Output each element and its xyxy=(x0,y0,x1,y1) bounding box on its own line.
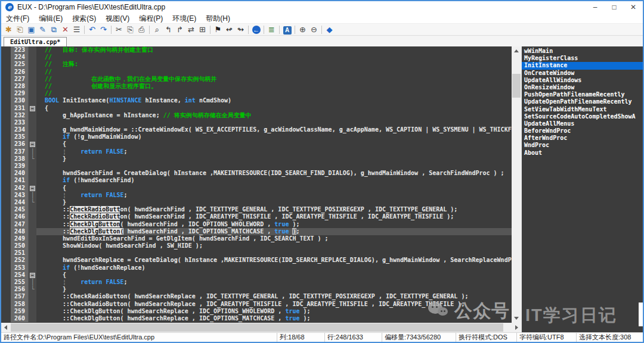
code-text-current-line[interactable]: ::CheckDlgButton( hwndSearchFind , IDC_O… xyxy=(36,228,512,235)
line-number[interactable]: 252 xyxy=(11,257,29,264)
code-text[interactable]: hwndEditBoxInSearchFind = GetDlgItem( hw… xyxy=(36,235,512,242)
line-number[interactable]: 260 xyxy=(11,315,29,322)
copy-button[interactable]: ⎘ xyxy=(125,24,136,35)
fold-margin[interactable]: − xyxy=(29,105,36,112)
line-number[interactable]: 237 xyxy=(11,148,29,155)
menu-help[interactable]: 帮助(H) xyxy=(201,13,235,24)
line-number[interactable]: 231 xyxy=(11,105,29,112)
code-line[interactable]: 255│ ¦ return FALSE; xyxy=(1,279,512,286)
code-text[interactable]: { xyxy=(36,105,512,112)
line-number[interactable]: 255 xyxy=(11,279,29,286)
code-text[interactable]: ::CheckDlgButton( hwndSearchReplace , ID… xyxy=(36,308,512,315)
line-number[interactable]: 259 xyxy=(11,308,29,315)
line-number[interactable]: 251 xyxy=(11,250,29,257)
horizontal-scroll-thumb[interactable] xyxy=(11,323,503,332)
fold-collapse-icon[interactable]: − xyxy=(30,106,35,111)
line-number[interactable]: 230 xyxy=(11,97,29,104)
code-line[interactable]: 245 ::CheckRadioButton( hwndSearchFind ,… xyxy=(1,206,512,213)
find-prev-button[interactable]: ↰ xyxy=(163,24,174,35)
code-text[interactable]: ¦ return FALSE; xyxy=(36,192,512,199)
code-text[interactable]: // xyxy=(36,54,512,61)
code-text[interactable]: ::CheckRadioButton( hwndSearchReplace , … xyxy=(36,301,512,308)
line-number[interactable]: 224 xyxy=(11,54,29,61)
code-text[interactable] xyxy=(36,250,512,257)
file-list-button[interactable]: ☰ xyxy=(71,24,82,35)
code-line[interactable]: 240 hwndSearchFind = CreateDialog( hInst… xyxy=(1,170,512,177)
line-number[interactable]: 228 xyxy=(11,83,29,90)
zoom-out-button[interactable]: ⊖ xyxy=(308,24,320,35)
code-line[interactable]: 225// 注释: xyxy=(1,61,512,68)
redo-button[interactable]: ↷ xyxy=(98,24,109,35)
save-file-as-button[interactable]: ✎ xyxy=(37,24,48,35)
line-number[interactable]: 254 xyxy=(11,272,29,279)
find-button[interactable]: ⌕ xyxy=(151,24,163,35)
code-line[interactable]: 256└ } xyxy=(1,286,512,293)
fold-collapse-icon[interactable]: − xyxy=(30,273,35,278)
zoom-in-button[interactable]: ⊕ xyxy=(297,24,308,35)
function-list-item[interactable]: SetViewTabWidthMenuText xyxy=(522,106,643,113)
scroll-up-icon[interactable] xyxy=(514,49,519,52)
new-file-button[interactable]: ✱ xyxy=(3,24,14,35)
code-line[interactable]: 223// 目标: 保存实例句柄并创建主窗口 xyxy=(1,46,512,54)
code-line[interactable]: 251 xyxy=(1,250,512,257)
code-line[interactable]: 230BOOL InitInstance(HINSTANCE hInstance… xyxy=(1,97,512,104)
function-list-item[interactable]: InitInstance xyxy=(522,62,643,69)
function-list-item[interactable]: SetSourceCodeAutoCompletedShowA xyxy=(522,113,643,120)
code-line[interactable]: 252 hwndSearchReplace = CreateDialog( hI… xyxy=(1,257,512,264)
undo-button[interactable]: ↶ xyxy=(86,24,98,35)
navigate-back-button[interactable]: ← xyxy=(250,24,262,35)
code-text[interactable] xyxy=(36,163,512,170)
line-number[interactable]: 233 xyxy=(11,119,29,126)
code-line[interactable]: 235 if (!g_hwndMainWindow) xyxy=(1,133,512,141)
code-line[interactable]: 237│ ¦ return FALSE; xyxy=(1,148,512,155)
code-line[interactable]: 241 if (!hwndSearchFind) xyxy=(1,177,512,184)
fold-margin[interactable]: − xyxy=(29,141,36,148)
code-line[interactable]: 246 ::CheckRadioButton( hwndSearchFind ,… xyxy=(1,213,512,220)
code-line[interactable]: 233 xyxy=(1,119,512,126)
line-number[interactable]: 227 xyxy=(11,76,29,83)
menu-edit[interactable]: 编辑(E) xyxy=(34,13,67,24)
syntax-highlight-button[interactable]: A xyxy=(281,24,293,35)
line-number[interactable]: 245 xyxy=(11,206,29,213)
line-number[interactable]: 243 xyxy=(11,192,29,199)
code-line[interactable]: 260 ::CheckDlgButton( hwndSearchReplace … xyxy=(1,315,512,322)
code-line[interactable]: 250 ShowWindow( hwndSearchFind , SW_HIDE… xyxy=(1,242,512,250)
about-button[interactable]: ◆ xyxy=(324,24,335,35)
code-text[interactable]: } xyxy=(36,286,512,293)
save-file-button[interactable]: ▣ xyxy=(26,24,37,35)
code-text[interactable]: // xyxy=(36,90,512,97)
function-list-item[interactable]: OnCreateWindow xyxy=(522,70,643,77)
scroll-down-icon[interactable] xyxy=(514,317,519,320)
replace-in-files-button[interactable]: ⊞ xyxy=(197,24,208,35)
menu-file[interactable]: 文件(F) xyxy=(1,13,34,24)
line-number[interactable]: 250 xyxy=(11,242,29,250)
code-line[interactable]: 229// xyxy=(1,90,512,97)
paste-button[interactable]: ⎙ xyxy=(136,24,147,35)
code-text[interactable]: ¦ return FALSE; xyxy=(36,279,512,286)
close-file-button[interactable]: ✕ xyxy=(60,24,71,35)
code-line[interactable]: 247 ::CheckDlgButton( hwndSearchFind , I… xyxy=(1,221,512,228)
code-line[interactable]: 224// xyxy=(1,54,512,61)
code-text[interactable]: } xyxy=(36,199,512,206)
function-list-item[interactable]: MyRegisterClass xyxy=(522,55,643,62)
line-number[interactable]: 242 xyxy=(11,185,29,192)
bookmark-toggle-button[interactable]: ⚑ xyxy=(212,24,224,35)
code-editor[interactable]: 223// 目标: 保存实例句柄并创建主窗口224//225// 注释:226/… xyxy=(1,46,512,323)
line-number[interactable]: 247 xyxy=(11,221,29,228)
minimize-button[interactable]: – xyxy=(586,1,605,13)
fold-margin[interactable]: − xyxy=(29,185,36,192)
menu-program[interactable]: 编程(P) xyxy=(134,13,168,24)
code-text[interactable]: hwndSearchReplace = CreateDialog( hInsta… xyxy=(36,257,512,264)
line-number[interactable]: 240 xyxy=(11,170,29,177)
line-number[interactable]: 226 xyxy=(11,68,29,76)
close-button[interactable]: ✕ xyxy=(624,1,643,13)
menu-search[interactable]: 搜索(S) xyxy=(67,13,101,24)
code-line[interactable]: 254− { xyxy=(1,272,512,279)
menu-view[interactable]: 视图(V) xyxy=(101,13,134,24)
replace-button[interactable]: ⇄ xyxy=(185,24,197,35)
goto-line-button[interactable]: ≣ xyxy=(266,24,277,35)
line-number[interactable]: 258 xyxy=(11,301,29,308)
find-next-button[interactable]: ↱ xyxy=(174,24,185,35)
line-number[interactable]: 248 xyxy=(11,228,29,235)
line-number[interactable]: 223 xyxy=(11,46,29,54)
